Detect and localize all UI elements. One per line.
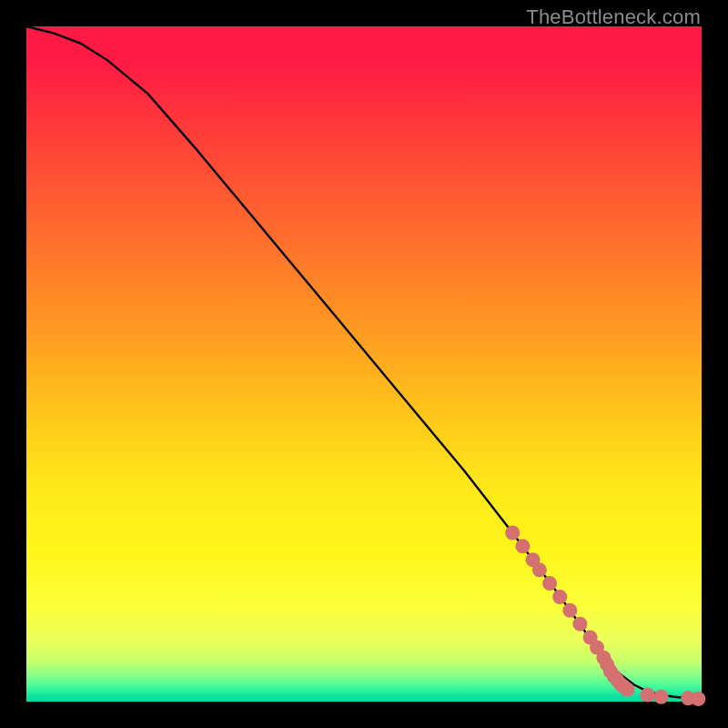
marker-dot [654, 690, 669, 704]
marker-dot [572, 617, 587, 632]
marker-dot [641, 688, 655, 703]
marker-dot [532, 562, 547, 577]
marker-dot [515, 539, 530, 553]
plot-area [26, 26, 702, 702]
marker-group [505, 526, 705, 707]
marker-dot [542, 576, 557, 591]
marker-dot [620, 682, 634, 697]
marker-dot [562, 603, 577, 618]
chart-svg [26, 26, 702, 702]
marker-dot [552, 590, 567, 604]
marker-dot [505, 526, 520, 541]
marker-dot [691, 692, 705, 706]
curve-line [26, 26, 702, 699]
chart-frame: TheBottleneck.com [0, 0, 728, 728]
